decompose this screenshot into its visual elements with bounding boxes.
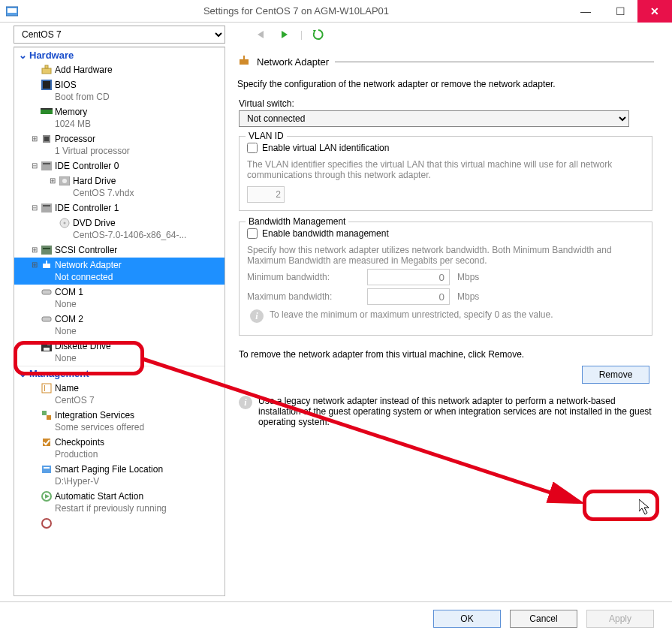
vlan-desc: The VLAN identifier specifies the virtua… — [247, 159, 644, 180]
max-bandwidth-unit: Mbps — [457, 291, 479, 302]
cancel-button[interactable]: Cancel — [510, 610, 577, 628]
network-icon — [237, 54, 251, 70]
info-icon: i — [239, 396, 252, 409]
bandwidth-enable-checkbox[interactable] — [247, 228, 258, 239]
svg-rect-17 — [41, 203, 52, 213]
vlan-enable-checkbox[interactable] — [247, 143, 258, 153]
autostart-icon — [40, 490, 53, 502]
refresh-icon[interactable] — [310, 26, 327, 43]
svg-rect-21 — [41, 246, 52, 255]
nav-forward-icon[interactable] — [276, 26, 293, 43]
integration-icon — [40, 409, 53, 421]
vlan-groupbox: VLAN ID Enable virtual LAN identificatio… — [239, 136, 652, 211]
checkpoint-icon — [40, 436, 53, 448]
toolbar: CentOS 7 | — [0, 23, 672, 47]
minimize-button[interactable]: — — [568, 0, 603, 23]
paging-icon — [40, 463, 53, 475]
tree-integration[interactable]: Integration ServicesSome services offere… — [14, 408, 225, 435]
bios-icon — [40, 79, 53, 91]
vlan-legend: VLAN ID — [246, 131, 287, 141]
tree-paging[interactable]: Smart Paging File LocationD:\Hyper-V — [14, 462, 225, 489]
vm-selector[interactable]: CentOS 7 — [14, 26, 225, 44]
settings-tree: ⌄Hardware Add Hardware BIOSBoot from CD … — [14, 47, 225, 596]
tree-com2[interactable]: COM 2None — [14, 312, 225, 339]
section-management[interactable]: ⌄Management — [14, 366, 225, 381]
panel-description: Specify the configuration of the network… — [236, 76, 655, 92]
svg-point-39 — [42, 519, 51, 528]
svg-rect-18 — [43, 205, 50, 206]
section-hardware[interactable]: ⌄Hardware — [14, 47, 225, 62]
svg-rect-25 — [42, 290, 51, 294]
tree-dvd-drive[interactable]: DVD DriveCentOS-7.0-1406-x86_64-... — [14, 216, 225, 243]
svg-rect-22 — [43, 248, 50, 249]
titlebar: Settings for CentOS 7 on AGM-W10LAP01 — … — [0, 0, 672, 23]
svg-point-20 — [64, 222, 66, 225]
svg-text:I: I — [44, 384, 46, 393]
bandwidth-note: To leave the minimum or maximum unrestri… — [270, 309, 553, 320]
tree-name[interactable]: I NameCentOS 7 — [14, 381, 225, 408]
tree-diskette[interactable]: Diskette DriveNone — [14, 339, 225, 366]
processor-icon — [40, 133, 53, 145]
svg-rect-36 — [44, 467, 50, 469]
maximize-button[interactable]: ☐ — [603, 0, 637, 23]
svg-rect-12 — [44, 137, 49, 141]
max-bandwidth-input[interactable] — [367, 288, 450, 305]
svg-rect-24 — [46, 261, 47, 264]
svg-marker-2 — [258, 31, 264, 38]
floppy-icon — [40, 340, 53, 352]
cursor-icon — [639, 499, 652, 516]
remove-text: To remove the network adapter from this … — [239, 349, 652, 360]
nav-back-icon[interactable] — [252, 26, 269, 43]
settings-detail-panel: Network Adapter Specify the configuratio… — [233, 47, 658, 596]
remove-button[interactable]: Remove — [582, 366, 649, 384]
serial-port-icon — [40, 286, 53, 298]
tree-item-cutoff[interactable] — [14, 516, 225, 529]
ok-button[interactable]: OK — [433, 610, 501, 628]
svg-marker-3 — [282, 31, 288, 38]
svg-rect-33 — [47, 415, 51, 420]
tree-autostart[interactable]: Automatic Start ActionRestart if previou… — [14, 489, 225, 516]
virtual-switch-select[interactable]: Not connected — [239, 110, 629, 127]
min-bandwidth-label: Minimum bandwidth: — [247, 272, 360, 282]
bandwidth-groupbox: Bandwidth Management Enable bandwidth ma… — [239, 222, 652, 336]
svg-rect-28 — [44, 348, 50, 351]
autostop-icon — [40, 517, 53, 529]
tree-add-hardware[interactable]: Add Hardware — [14, 62, 225, 77]
vlan-enable-label: Enable virtual LAN identification — [262, 143, 389, 153]
svg-rect-32 — [42, 411, 47, 415]
bandwidth-desc: Specify how this network adapter utilize… — [247, 245, 644, 266]
tree-processor[interactable]: ⊞ Processor1 Virtual processor — [14, 131, 225, 158]
tree-network-adapter[interactable]: ⊞ Network AdapterNot connected — [14, 258, 225, 285]
svg-rect-8 — [43, 81, 50, 89]
controller-icon — [40, 160, 53, 172]
scsi-icon — [40, 244, 53, 256]
svg-rect-40 — [240, 59, 249, 65]
name-icon: I — [40, 382, 53, 394]
memory-icon — [40, 106, 53, 118]
tree-bios[interactable]: BIOSBoot from CD — [14, 77, 225, 104]
bandwidth-enable-label: Enable bandwidth management — [262, 228, 389, 239]
min-bandwidth-input[interactable] — [367, 269, 450, 285]
dvd-icon — [58, 217, 71, 229]
tree-checkpoints[interactable]: CheckpointsProduction — [14, 435, 225, 462]
svg-point-16 — [62, 179, 67, 183]
svg-rect-29 — [47, 342, 50, 345]
tree-scsi[interactable]: ⊞ SCSI Controller — [14, 243, 225, 258]
controller-icon — [40, 202, 53, 214]
svg-rect-1 — [8, 8, 17, 13]
info-icon: i — [250, 309, 264, 323]
network-icon — [40, 259, 53, 271]
bandwidth-legend: Bandwidth Management — [246, 216, 348, 227]
tree-com1[interactable]: COM 1None — [14, 285, 225, 312]
tree-memory[interactable]: Memory1024 MB — [14, 104, 225, 131]
close-button[interactable]: ✕ — [637, 0, 672, 23]
tree-hard-drive[interactable]: ⊞ Hard DriveCentOS 7.vhdx — [14, 173, 225, 200]
add-hardware-icon — [40, 64, 53, 76]
tree-ide0[interactable]: ⊟ IDE Controller 0 — [14, 158, 225, 173]
svg-rect-35 — [42, 466, 51, 473]
tree-ide1[interactable]: ⊟ IDE Controller 1 — [14, 200, 225, 216]
vlan-id-input[interactable] — [247, 186, 285, 203]
virtual-switch-label: Virtual switch: — [239, 98, 652, 109]
svg-rect-14 — [43, 163, 50, 164]
apply-button[interactable]: Apply — [586, 610, 654, 628]
